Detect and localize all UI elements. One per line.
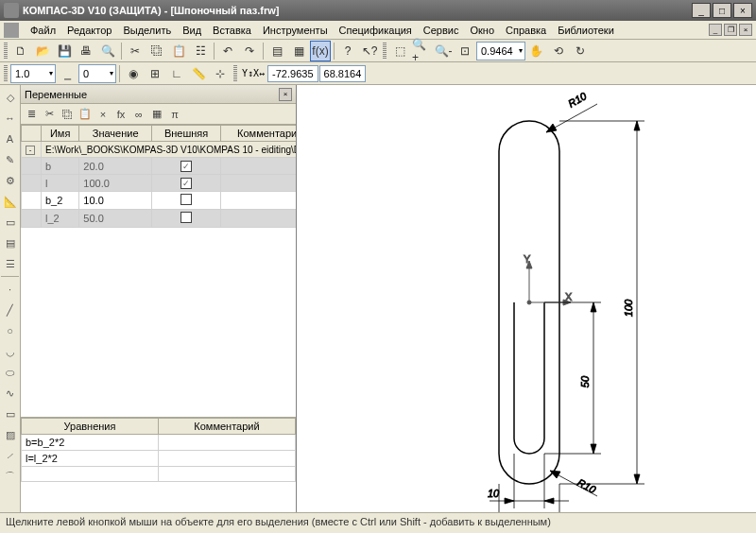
spline-tool[interactable]: ∿: [1, 384, 20, 403]
col-value[interactable]: Значение: [79, 126, 152, 142]
menu-libs[interactable]: Библиотеки: [552, 23, 620, 38]
zoom-window-button[interactable]: ⊡: [455, 41, 475, 61]
linestyle-button[interactable]: ⎯: [57, 63, 77, 84]
col-eq-comment[interactable]: Комментарий: [159, 419, 296, 435]
col-external[interactable]: Внешняя: [151, 126, 220, 142]
col-name[interactable]: Имя: [42, 126, 79, 142]
undo-button[interactable]: ↶: [217, 41, 238, 61]
layer-dropdown[interactable]: 0: [78, 64, 116, 83]
redo-button[interactable]: ↷: [239, 41, 260, 61]
eq-row[interactable]: l=l_2*2: [22, 451, 296, 467]
col-equation[interactable]: Уравнения: [22, 419, 159, 435]
zoom-in-button[interactable]: 🔍+: [411, 41, 432, 61]
var-row[interactable]: b20.0 ✓: [22, 158, 297, 175]
menu-select[interactable]: Выделить: [117, 23, 177, 38]
new-button[interactable]: 🗋: [10, 41, 31, 61]
arc-tool[interactable]: ◡: [1, 342, 20, 361]
fillet-tool[interactable]: ⌒: [1, 467, 20, 486]
snap-button[interactable]: ◉: [123, 63, 144, 84]
coord-x[interactable]: -72.9635: [267, 65, 318, 82]
preview-button[interactable]: 🔍: [97, 41, 118, 61]
coord-sys-button[interactable]: ⊹: [210, 63, 231, 84]
menu-spec[interactable]: Спецификация: [334, 23, 418, 38]
linewidth-dropdown[interactable]: 1.0: [10, 64, 56, 83]
checkbox-icon[interactable]: [180, 212, 192, 223]
paste-button[interactable]: 📋: [168, 41, 189, 61]
calendar-button[interactable]: ▦: [288, 41, 309, 61]
menu-insert[interactable]: Вставка: [207, 23, 257, 38]
panel-tb-2[interactable]: ✂: [41, 106, 58, 123]
zoom-dropdown[interactable]: 0.9464: [476, 42, 525, 60]
measure-tool[interactable]: 📐: [1, 192, 20, 211]
var-row[interactable]: l100.0 ✓: [22, 175, 297, 192]
copy-button[interactable]: ⿻: [146, 41, 167, 61]
var-row[interactable]: l_250.0: [22, 210, 297, 228]
checkbox-icon[interactable]: ✓: [180, 161, 192, 172]
grid-button[interactable]: ⊞: [145, 63, 165, 84]
rect-tool[interactable]: ▭: [1, 404, 20, 423]
maximize-button[interactable]: □: [713, 3, 731, 18]
minimize-button[interactable]: _: [692, 3, 711, 18]
line-tool[interactable]: ╱: [1, 301, 20, 319]
pan-button[interactable]: ✋: [526, 41, 547, 61]
equations-table[interactable]: Уравнения Комментарий b=b_2*2 l=l_2*2: [21, 418, 296, 512]
menu-view[interactable]: Вид: [177, 23, 207, 38]
eq-row[interactable]: b=b_2*2: [22, 435, 296, 451]
ruler-button[interactable]: 📏: [188, 63, 209, 84]
save-button[interactable]: 💾: [54, 41, 75, 61]
chamfer-tool[interactable]: ⟋: [1, 446, 20, 465]
menu-window[interactable]: Окно: [464, 23, 500, 38]
toolbar-grip[interactable]: [4, 65, 8, 82]
panel-tb-7[interactable]: ∞: [130, 106, 147, 123]
eq-row[interactable]: [22, 467, 296, 482]
mdi-minimize[interactable]: _: [709, 24, 722, 36]
menu-tools[interactable]: Инструменты: [257, 23, 334, 38]
param-tool[interactable]: ⚙: [1, 171, 20, 190]
dimension-tool[interactable]: ↔: [1, 109, 20, 128]
lib-button[interactable]: ▤: [266, 41, 287, 61]
print-button[interactable]: 🖶: [76, 41, 96, 61]
open-button[interactable]: 📂: [32, 41, 53, 61]
cut-button[interactable]: ✂: [125, 41, 146, 61]
drawing-canvas[interactable]: Y X R10 R10 100: [297, 85, 756, 512]
variables-table[interactable]: Имя Значение Внешняя Комментарий - E:\Wo…: [21, 125, 296, 418]
close-button[interactable]: ×: [733, 3, 752, 18]
menu-help[interactable]: Справка: [500, 23, 552, 38]
menu-file[interactable]: Файл: [25, 23, 61, 38]
zoom-out-button[interactable]: 🔍-: [433, 41, 454, 61]
text-tool[interactable]: A: [1, 129, 20, 148]
panel-tb-3[interactable]: ⿻: [59, 106, 76, 123]
refresh-button[interactable]: ↻: [570, 41, 591, 61]
col-comment[interactable]: Комментарий: [221, 126, 296, 142]
rotate-button[interactable]: ⟲: [548, 41, 569, 61]
path-row[interactable]: - E:\Work\_BOOKS\KOMPAS-3D V10\KOMPAS 10…: [22, 142, 297, 158]
panel-tb-8[interactable]: ▦: [148, 106, 165, 123]
checkbox-icon[interactable]: [180, 194, 192, 205]
zoom-fit-button[interactable]: ⬚: [389, 41, 410, 61]
panel-tb-4[interactable]: 📋: [77, 106, 94, 123]
toolbar-grip[interactable]: [4, 43, 8, 60]
ortho-button[interactable]: ∟: [166, 63, 187, 84]
mdi-restore[interactable]: ❐: [724, 24, 737, 36]
circle-tool[interactable]: ○: [1, 321, 20, 340]
point-tool[interactable]: ·: [1, 280, 20, 299]
panel-tb-9[interactable]: π: [166, 106, 183, 123]
toolbar-grip[interactable]: [233, 65, 237, 82]
help-button[interactable]: ?: [337, 41, 358, 61]
panel-tb-1[interactable]: ≣: [23, 106, 40, 123]
mdi-close[interactable]: ×: [739, 24, 752, 36]
edit-tool[interactable]: ✎: [1, 150, 20, 169]
geometry-tool[interactable]: ◇: [1, 88, 20, 107]
context-help-button[interactable]: ↖?: [359, 41, 380, 61]
coord-y[interactable]: 68.8164: [319, 65, 367, 82]
toolbar-grip[interactable]: [383, 43, 387, 60]
checkbox-icon[interactable]: ✓: [180, 178, 192, 189]
panel-titlebar[interactable]: Переменные ×: [21, 85, 296, 104]
spec-tool[interactable]: ▤: [1, 233, 20, 252]
menu-service[interactable]: Сервис: [418, 23, 465, 38]
var-row[interactable]: b_210.0: [22, 192, 297, 210]
select-tool[interactable]: ▭: [1, 213, 20, 232]
panel-tb-5[interactable]: ×: [94, 106, 112, 123]
panel-tb-6[interactable]: fx: [112, 106, 129, 123]
hatch-tool[interactable]: ▨: [1, 425, 20, 444]
